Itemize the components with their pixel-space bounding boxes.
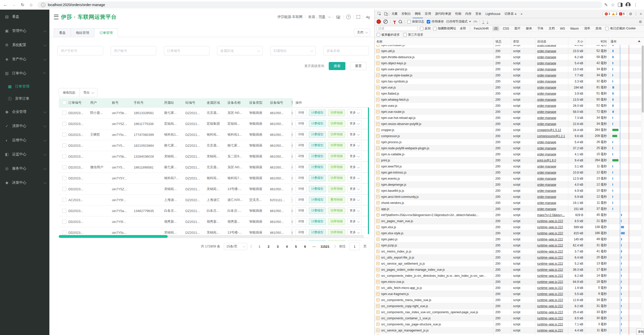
export-har-icon[interactable]: ↓	[487, 20, 489, 24]
hide-data-urls-checkbox[interactable]: 隐藏数据网址	[433, 26, 456, 31]
grid-header-启动器[interactable]: 启动器	[535, 38, 568, 45]
request-initiator-link[interactable]: runtime~app.js:222	[537, 262, 563, 265]
network-request-row[interactable]: src_utils_export-file_js.js200scriptrunt…	[375, 255, 644, 261]
billing-model-button[interactable]: 计费模型	[309, 197, 326, 203]
request-initiator-link[interactable]: runtime~app.js:222	[537, 298, 563, 302]
network-request-row[interactable]: chunk-vendors.js200scriptorder-manage19.…	[375, 200, 644, 206]
request-initiator-link[interactable]: order-manage	[537, 195, 556, 199]
filter-type-all[interactable]: 全部	[458, 26, 467, 31]
network-settings-gear-icon[interactable]: ⚙	[639, 20, 642, 24]
network-request-row[interactable]: src_components_nav_index_vue-src_compone…	[375, 309, 644, 315]
address-bar[interactable]: i localhost:2020/orders/order-manage	[37, 2, 602, 8]
page-number-4[interactable]: 4	[284, 245, 290, 248]
checkbox-icon[interactable]	[407, 20, 411, 24]
devtools-tab-应用[interactable]: 应用	[423, 10, 433, 18]
devtools-tab-性能[interactable]: 性能	[453, 10, 463, 18]
request-initiator-link[interactable]: order-manage	[537, 189, 556, 193]
more-button[interactable]: 更多	[347, 153, 362, 160]
user-chevron-down-icon[interactable]	[328, 15, 331, 18]
prev-page-icon[interactable]	[250, 245, 253, 248]
devtools-tab-控制台[interactable]: 控制台	[400, 10, 413, 18]
request-initiator-link[interactable]: order-manage	[537, 98, 556, 101]
request-initiator-link[interactable]: order-manage	[537, 74, 556, 77]
detail-button[interactable]: 详情	[296, 110, 307, 116]
network-request-row[interactable]: npm.events.js200scriptorder-manage12.5 k…	[375, 176, 644, 182]
row-checkbox[interactable]	[62, 122, 66, 126]
detail-button[interactable]: 详情	[296, 131, 307, 138]
grid-header-时间[interactable]: 时间	[585, 38, 609, 45]
request-initiator-link[interactable]: runtime~app.js:222	[537, 256, 563, 259]
import-har-icon[interactable]: ↑	[482, 20, 484, 24]
request-initiator-link[interactable]: order-manage	[537, 45, 556, 47]
goto-page-input[interactable]: 1	[349, 243, 360, 250]
sidebar-item-abnormal-order[interactable]: ⓘ异常订单	[0, 93, 49, 105]
more-button[interactable]: 更多	[347, 142, 362, 149]
request-initiator-link[interactable]: order-manage	[537, 68, 556, 71]
grid-header-状态[interactable]: 状态	[494, 38, 511, 45]
devtools-menu-icon[interactable]: ⋮	[634, 12, 637, 16]
advanced-query-link[interactable]: 展开高级查询	[304, 64, 324, 68]
settings-sliders-icon[interactable]	[336, 15, 340, 19]
request-initiator-link[interactable]: order-manage	[537, 207, 556, 211]
network-request-row[interactable]: npm.vuex-persist.js200scriptorder-manage…	[375, 66, 644, 72]
filter-type-WS[interactable]: WS	[558, 26, 566, 31]
detail-button[interactable]: 详情	[296, 164, 307, 171]
sidebar-item-enterprise-manage[interactable]: ◉企业管理	[0, 105, 49, 119]
request-initiator-link[interactable]: runtime~app.js:222	[537, 232, 563, 235]
request-initiator-link[interactable]: order-manage	[537, 146, 556, 150]
more-tabs-icon[interactable]: »	[519, 10, 524, 18]
power-detail-button[interactable]: 功率明细	[328, 131, 345, 138]
devtools-tab-记录器[interactable]: 记录器	[502, 10, 519, 18]
billing-model-button[interactable]: 计费模型	[309, 110, 326, 116]
page-ellipsis[interactable]: ···	[311, 245, 317, 248]
network-request-row[interactable]: src_components_menu_index_vue.js200scrip…	[375, 297, 644, 303]
filter-type-文档[interactable]: 文档	[547, 26, 556, 31]
row-checkbox[interactable]	[62, 133, 66, 137]
network-request-row[interactable]: npm.jszip.js200scriptruntime~app.js:2226…	[375, 242, 644, 248]
more-button[interactable]: 更多	[347, 131, 362, 138]
row-checkbox[interactable]	[62, 198, 66, 202]
page-number-5[interactable]: 5	[293, 245, 299, 248]
request-initiator-link[interactable]: runtime~app.js:222	[537, 323, 563, 326]
billing-model-button[interactable]: 计费模型	[309, 120, 326, 127]
network-request-row[interactable]: src_service_api_management_js.js200scrip…	[375, 327, 644, 333]
input-field-2[interactable]: 用户账号	[111, 46, 156, 55]
request-initiator-link[interactable]: runtime~app.js:222	[537, 310, 563, 314]
network-request-row[interactable]: npm.vuex.js200scriptorder-manage26.0 kB5…	[375, 103, 644, 109]
request-initiator-link[interactable]: order-manage	[537, 55, 556, 59]
request-initiator-link[interactable]: order-manage	[537, 116, 556, 120]
sidebar-item-service-center[interactable]: ◎服务中心	[0, 161, 49, 176]
devtools-tab-源代码/来源[interactable]: 源代码/来源	[433, 10, 453, 18]
detail-button[interactable]: 详情	[296, 186, 307, 192]
filter-type-Wasm[interactable]: Wasm	[569, 26, 580, 31]
request-initiator-link[interactable]: order-manage	[537, 140, 556, 144]
clear-network-icon[interactable]	[383, 19, 388, 24]
checkbox-icon[interactable]	[605, 27, 609, 30]
row-checkbox[interactable]	[62, 143, 66, 148]
filter-type-清单[interactable]: 清单	[582, 26, 592, 31]
network-request-row[interactable]: npm.css-loader.js200scriptorder-manage4.…	[375, 45, 644, 48]
select-field-5[interactable]: 归属电站	[270, 46, 316, 55]
filter-type-CSS[interactable]: CSS	[501, 26, 511, 31]
power-detail-button[interactable]: 功率明细	[328, 207, 345, 214]
detail-button[interactable]: 详情	[296, 153, 307, 160]
power-detail-button[interactable]: 功率明细	[328, 164, 345, 171]
network-request-row[interactable]: print.js200scriptprint-js@1.6.09.4 kB264…	[375, 157, 644, 163]
power-detail-button[interactable]: 功率明细	[328, 120, 345, 127]
devtools-tab-元素[interactable]: 元素	[389, 10, 400, 18]
tab-1[interactable]: 看盘	[54, 28, 71, 37]
sidebar-item-system-config[interactable]: ⚙系统配置	[0, 38, 49, 52]
network-request-row[interactable]: src_mixins_index_js.js200scriptruntime~a…	[375, 248, 644, 255]
back-icon[interactable]: ←	[2, 2, 9, 8]
browser-menu-icon[interactable]: ⋮	[634, 3, 638, 7]
inspect-element-icon[interactable]	[376, 11, 383, 17]
network-request-row[interactable]: npm.resize-observer-polyfill.js200script…	[375, 121, 644, 127]
blocked-requests-checkbox[interactable]: 被屏蔽的请求	[377, 33, 400, 37]
welcome-user[interactable]: 欢迎，范盈	[308, 15, 325, 19]
row-checkbox[interactable]	[62, 111, 66, 115]
grid-header-类型[interactable]: 类型	[511, 38, 535, 45]
network-request-row[interactable]: npm.pako.js200scriptruntime~app.js:22214…	[375, 236, 644, 242]
devtools-tab-网络[interactable]: 网络	[413, 10, 423, 18]
request-initiator-link[interactable]: runtime~app.js:222	[537, 268, 563, 271]
more-button[interactable]: 更多	[347, 207, 362, 214]
